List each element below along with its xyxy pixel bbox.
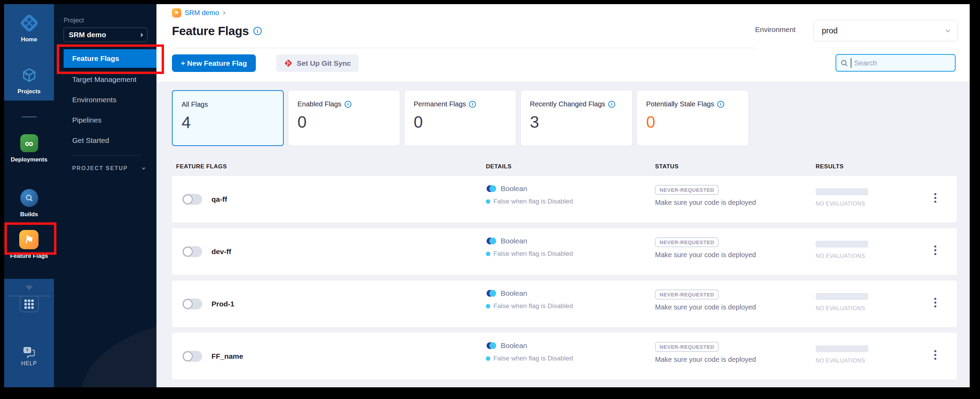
- table-header: FEATURE FLAGS DETAILS STATUS RESULTS: [172, 163, 957, 171]
- flag-details: Boolean False when flag is Disabled: [486, 289, 573, 310]
- environment-select[interactable]: prod: [813, 20, 958, 41]
- project-setup-toggle[interactable]: PROJECT SETUP: [72, 165, 156, 171]
- harness-home-icon: [19, 13, 39, 33]
- sidebar-item-home[interactable]: Home: [19, 13, 39, 43]
- table-row[interactable]: qa-ff Boolean False when flag is Disable…: [172, 176, 957, 223]
- info-icon[interactable]: [253, 27, 262, 35]
- stat-card-label: All Flags: [181, 101, 208, 109]
- flag-default-rule: False when flag is Disabled: [493, 250, 573, 257]
- stat-card[interactable]: Permanent Flags 0: [404, 90, 516, 146]
- status-badge: NEVER-REQUESTED: [655, 237, 719, 247]
- flag-enabled-toggle[interactable]: [182, 351, 202, 362]
- flag-enabled-toggle[interactable]: [182, 298, 202, 310]
- row-options-menu-button[interactable]: [933, 297, 938, 309]
- help-button[interactable]: ? HELP: [21, 346, 37, 367]
- table-row[interactable]: FF_name Boolean False when flag is Disab…: [172, 333, 957, 380]
- stat-card[interactable]: Enabled Flags 0: [288, 90, 400, 146]
- setup-git-sync-button[interactable]: Set Up Git Sync: [276, 54, 359, 72]
- project-selector[interactable]: SRM demo: [64, 27, 148, 42]
- stat-card-label: Permanent Flags: [414, 100, 466, 108]
- flag-name[interactable]: FF_name: [212, 352, 243, 361]
- stat-card[interactable]: Recently Changed Flags 3: [520, 90, 632, 146]
- breadcrumb-project-link[interactable]: SRM demo: [185, 9, 219, 17]
- project-nav-divider: [72, 155, 141, 156]
- sidebar-item-label: Home: [21, 36, 37, 43]
- flag-enabled-toggle[interactable]: [182, 194, 202, 205]
- project-nav-item[interactable]: Get Started: [54, 130, 156, 150]
- boolean-type-icon: [486, 236, 498, 246]
- stat-card-label-row: All Flags: [181, 101, 283, 109]
- stat-card[interactable]: All Flags 4: [172, 90, 284, 146]
- row-options-menu-button[interactable]: [933, 244, 938, 257]
- stat-card-label: Potentially Stale Flags: [646, 100, 714, 108]
- results-placeholder-bar: [816, 188, 868, 195]
- info-icon[interactable]: [608, 101, 615, 108]
- sidebar-item-builds[interactable]: Builds: [19, 188, 39, 218]
- chevron-right-icon: [222, 11, 226, 15]
- rail-divider: [22, 117, 37, 117]
- module-picker-button[interactable]: [20, 296, 39, 312]
- deployments-icon: ∞: [19, 133, 39, 153]
- status-note: Make sure your code is deployed: [655, 251, 756, 259]
- stat-card-label-row: Recently Changed Flags: [530, 100, 632, 108]
- flag-type: Boolean: [501, 289, 527, 297]
- stat-card-label: Enabled Flags: [298, 100, 342, 108]
- flag-results: NO EVALUATIONS: [816, 293, 868, 311]
- column-header-feature-flags: FEATURE FLAGS: [176, 163, 227, 170]
- table-row[interactable]: dev-ff Boolean False when flag is Disabl…: [172, 228, 957, 275]
- flag-status: NEVER-REQUESTED Make sure your code is d…: [655, 342, 756, 364]
- sidebar-item-label: Deployments: [11, 156, 48, 163]
- stat-card-label-row: Permanent Flags: [414, 100, 516, 108]
- stat-card[interactable]: Potentially Stale Flags 0: [637, 90, 749, 146]
- status-note: Make sure your code is deployed: [655, 303, 756, 311]
- project-nav-items: Feature FlagsTarget ManagementEnvironmen…: [54, 49, 156, 150]
- flag-enabled-toggle[interactable]: [182, 246, 202, 257]
- search-input[interactable]: [854, 59, 951, 67]
- stat-card-value: 4: [181, 113, 283, 132]
- project-name: SRM demo: [69, 30, 106, 39]
- column-header-results: RESULTS: [816, 163, 844, 170]
- table-row[interactable]: Prod-1 Boolean False when flag is Disabl…: [172, 281, 957, 327]
- feature-flags-icon: [172, 8, 181, 18]
- flag-results: NO EVALUATIONS: [816, 345, 868, 364]
- git-icon: [284, 59, 293, 68]
- chevron-down-icon[interactable]: [25, 286, 33, 290]
- results-note: NO EVALUATIONS: [816, 201, 868, 207]
- main-content: SRM demo Feature Flags Environment prod …: [156, 4, 970, 387]
- project-nav-item[interactable]: Environments: [54, 89, 156, 110]
- module-nav-top-section: Home Projects: [4, 4, 54, 101]
- module-nav-dark-section: ∞ Deployments Builds Feature Flags: [4, 101, 54, 279]
- status-badge: NEVER-REQUESTED: [655, 185, 719, 195]
- builds-icon: [19, 188, 39, 208]
- project-nav-item[interactable]: Target Management: [54, 69, 156, 89]
- search-box: [835, 54, 956, 72]
- sidebar-item-deployments[interactable]: ∞ Deployments: [11, 133, 48, 163]
- status-badge: NEVER-REQUESTED: [655, 342, 719, 352]
- new-feature-flag-button[interactable]: + New Feature Flag: [172, 54, 256, 72]
- page-header: SRM demo Feature Flags Environment prod …: [156, 4, 970, 81]
- variation-dot-icon: [486, 356, 490, 361]
- flag-default-rule: False when flag is Disabled: [493, 198, 573, 205]
- status-badge: NEVER-REQUESTED: [655, 289, 719, 300]
- project-nav-item[interactable]: Pipelines: [54, 110, 156, 130]
- stat-cards: All Flags 4 Enabled Flags 0 Permanent Fl…: [172, 90, 749, 146]
- variation-dot-icon: [486, 304, 490, 308]
- status-note: Make sure your code is deployed: [655, 356, 756, 364]
- stat-card-label: Recently Changed Flags: [530, 100, 605, 108]
- flag-name[interactable]: dev-ff: [212, 247, 231, 256]
- row-options-menu-button[interactable]: [933, 349, 938, 361]
- chevron-down-icon: [946, 28, 950, 32]
- sidebar-item-feature-flags[interactable]: Feature Flags: [10, 230, 48, 260]
- environment-value: prod: [822, 26, 838, 35]
- flag-table: qa-ff Boolean False when flag is Disable…: [172, 176, 957, 380]
- info-icon[interactable]: [469, 101, 476, 108]
- info-icon[interactable]: [345, 101, 352, 108]
- row-options-menu-button[interactable]: [933, 192, 938, 204]
- project-nav-item[interactable]: Feature Flags: [64, 49, 156, 68]
- flag-name[interactable]: Prod-1: [212, 300, 234, 308]
- info-icon[interactable]: [717, 101, 724, 108]
- sidebar-item-projects[interactable]: Projects: [18, 65, 41, 95]
- flag-default-rule: False when flag is Disabled: [493, 302, 573, 310]
- variation-dot-icon: [486, 200, 490, 204]
- flag-name[interactable]: qa-ff: [212, 195, 227, 203]
